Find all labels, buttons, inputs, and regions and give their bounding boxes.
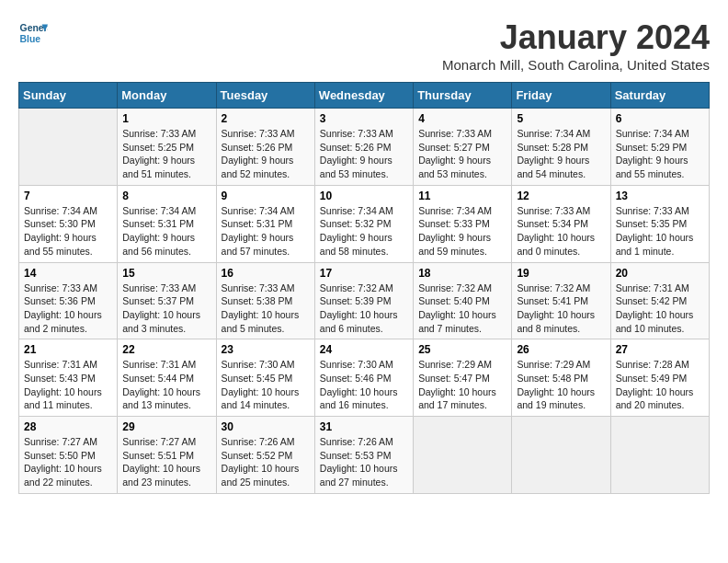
day-number-11: 11 <box>418 190 506 202</box>
day-cell-20: 20Sunrise: 7:31 AMSunset: 5:42 PMDayligh… <box>610 262 709 339</box>
day-number-20: 20 <box>616 267 704 280</box>
logo: General Blue <box>18 18 48 48</box>
day-info-16: Sunrise: 7:33 AMSunset: 5:38 PMDaylight:… <box>222 282 310 336</box>
day-number-30: 30 <box>222 420 310 433</box>
day-info-27: Sunrise: 7:28 AMSunset: 5:49 PMDaylight:… <box>616 358 704 412</box>
day-cell-1: 1Sunrise: 7:33 AMSunset: 5:25 PMDaylight… <box>118 109 216 186</box>
page-header: General Blue January 2024 Monarch Mill, … <box>18 18 710 73</box>
day-cell-31: 31Sunrise: 7:26 AMSunset: 5:53 PMDayligh… <box>314 417 413 494</box>
day-cell-18: 18Sunrise: 7:32 AMSunset: 5:40 PMDayligh… <box>414 262 512 339</box>
weekday-header-tuesday: Tuesday <box>216 83 314 109</box>
day-info-10: Sunrise: 7:34 AMSunset: 5:32 PMDaylight:… <box>320 204 408 259</box>
day-cell-19: 19Sunrise: 7:32 AMSunset: 5:41 PMDayligh… <box>512 262 610 339</box>
day-number-2: 2 <box>222 112 310 125</box>
day-cell-16: 16Sunrise: 7:33 AMSunset: 5:38 PMDayligh… <box>216 262 314 339</box>
day-info-25: Sunrise: 7:29 AMSunset: 5:47 PMDaylight:… <box>418 358 506 412</box>
weekday-header-wednesday: Wednesday <box>314 83 413 109</box>
day-number-6: 6 <box>616 112 704 125</box>
day-cell-9: 9Sunrise: 7:34 AMSunset: 5:31 PMDaylight… <box>216 185 314 262</box>
day-number-8: 8 <box>122 190 210 202</box>
day-cell-8: 8Sunrise: 7:34 AMSunset: 5:31 PMDaylight… <box>118 185 216 262</box>
day-cell-7: 7Sunrise: 7:34 AMSunset: 5:30 PMDaylight… <box>19 185 118 262</box>
day-info-1: Sunrise: 7:33 AMSunset: 5:25 PMDaylight:… <box>122 127 210 181</box>
day-info-31: Sunrise: 7:26 AMSunset: 5:53 PMDaylight:… <box>320 435 408 489</box>
day-info-20: Sunrise: 7:31 AMSunset: 5:42 PMDaylight:… <box>616 282 704 336</box>
location: Monarch Mill, South Carolina, United Sta… <box>442 57 710 73</box>
day-info-24: Sunrise: 7:30 AMSunset: 5:46 PMDaylight:… <box>320 358 408 412</box>
day-info-7: Sunrise: 7:34 AMSunset: 5:30 PMDaylight:… <box>24 204 112 259</box>
weekday-header-row: SundayMondayTuesdayWednesdayThursdayFrid… <box>19 83 710 109</box>
day-number-31: 31 <box>320 420 408 433</box>
day-number-12: 12 <box>517 190 605 202</box>
day-cell-22: 22Sunrise: 7:31 AMSunset: 5:44 PMDayligh… <box>118 339 216 417</box>
day-cell-14: 14Sunrise: 7:33 AMSunset: 5:36 PMDayligh… <box>19 262 118 339</box>
day-cell-10: 10Sunrise: 7:34 AMSunset: 5:32 PMDayligh… <box>314 185 413 262</box>
day-number-5: 5 <box>517 112 605 125</box>
week-row-1: 1Sunrise: 7:33 AMSunset: 5:25 PMDaylight… <box>19 109 710 186</box>
day-cell-23: 23Sunrise: 7:30 AMSunset: 5:45 PMDayligh… <box>216 339 314 417</box>
empty-cell <box>512 417 610 494</box>
day-info-15: Sunrise: 7:33 AMSunset: 5:37 PMDaylight:… <box>122 282 210 336</box>
day-number-29: 29 <box>122 420 210 433</box>
month-title: January 2024 <box>442 18 710 57</box>
day-number-18: 18 <box>418 267 506 280</box>
day-info-13: Sunrise: 7:33 AMSunset: 5:35 PMDaylight:… <box>616 204 704 259</box>
day-cell-29: 29Sunrise: 7:27 AMSunset: 5:51 PMDayligh… <box>118 417 216 494</box>
day-info-5: Sunrise: 7:34 AMSunset: 5:28 PMDaylight:… <box>517 127 605 181</box>
week-row-5: 28Sunrise: 7:27 AMSunset: 5:50 PMDayligh… <box>19 417 710 494</box>
week-row-3: 14Sunrise: 7:33 AMSunset: 5:36 PMDayligh… <box>19 262 710 339</box>
weekday-header-sunday: Sunday <box>19 83 118 109</box>
day-cell-15: 15Sunrise: 7:33 AMSunset: 5:37 PMDayligh… <box>118 262 216 339</box>
weekday-header-saturday: Saturday <box>610 83 709 109</box>
day-number-9: 9 <box>222 190 310 202</box>
day-number-4: 4 <box>418 112 506 125</box>
day-info-6: Sunrise: 7:34 AMSunset: 5:29 PMDaylight:… <box>616 127 704 181</box>
day-number-17: 17 <box>320 267 408 280</box>
day-cell-5: 5Sunrise: 7:34 AMSunset: 5:28 PMDaylight… <box>512 109 610 186</box>
day-info-26: Sunrise: 7:29 AMSunset: 5:48 PMDaylight:… <box>517 358 605 412</box>
day-info-22: Sunrise: 7:31 AMSunset: 5:44 PMDaylight:… <box>122 358 210 412</box>
day-number-15: 15 <box>122 267 210 280</box>
day-number-7: 7 <box>24 190 112 202</box>
day-cell-17: 17Sunrise: 7:32 AMSunset: 5:39 PMDayligh… <box>314 262 413 339</box>
day-info-12: Sunrise: 7:33 AMSunset: 5:34 PMDaylight:… <box>517 204 605 259</box>
day-info-30: Sunrise: 7:26 AMSunset: 5:52 PMDaylight:… <box>222 435 310 489</box>
weekday-header-thursday: Thursday <box>414 83 512 109</box>
day-info-28: Sunrise: 7:27 AMSunset: 5:50 PMDaylight:… <box>24 435 112 489</box>
day-cell-2: 2Sunrise: 7:33 AMSunset: 5:26 PMDaylight… <box>216 109 314 186</box>
day-number-27: 27 <box>616 343 704 356</box>
weekday-header-friday: Friday <box>512 83 610 109</box>
day-cell-30: 30Sunrise: 7:26 AMSunset: 5:52 PMDayligh… <box>216 417 314 494</box>
day-cell-12: 12Sunrise: 7:33 AMSunset: 5:34 PMDayligh… <box>512 185 610 262</box>
day-info-17: Sunrise: 7:32 AMSunset: 5:39 PMDaylight:… <box>320 282 408 336</box>
empty-cell <box>610 417 709 494</box>
day-info-3: Sunrise: 7:33 AMSunset: 5:26 PMDaylight:… <box>320 127 408 181</box>
day-info-21: Sunrise: 7:31 AMSunset: 5:43 PMDaylight:… <box>24 358 112 412</box>
day-number-23: 23 <box>222 343 310 356</box>
day-cell-24: 24Sunrise: 7:30 AMSunset: 5:46 PMDayligh… <box>314 339 413 417</box>
calendar-table: SundayMondayTuesdayWednesdayThursdayFrid… <box>18 82 710 494</box>
day-number-16: 16 <box>222 267 310 280</box>
day-cell-27: 27Sunrise: 7:28 AMSunset: 5:49 PMDayligh… <box>610 339 709 417</box>
empty-cell <box>414 417 512 494</box>
svg-text:Blue: Blue <box>20 34 41 44</box>
day-cell-25: 25Sunrise: 7:29 AMSunset: 5:47 PMDayligh… <box>414 339 512 417</box>
day-cell-3: 3Sunrise: 7:33 AMSunset: 5:26 PMDaylight… <box>314 109 413 186</box>
day-info-2: Sunrise: 7:33 AMSunset: 5:26 PMDaylight:… <box>222 127 310 181</box>
day-cell-21: 21Sunrise: 7:31 AMSunset: 5:43 PMDayligh… <box>19 339 118 417</box>
day-cell-6: 6Sunrise: 7:34 AMSunset: 5:29 PMDaylight… <box>610 109 709 186</box>
logo-icon: General Blue <box>18 18 48 48</box>
day-number-13: 13 <box>616 190 704 202</box>
empty-cell <box>19 109 118 186</box>
day-number-19: 19 <box>517 267 605 280</box>
day-cell-4: 4Sunrise: 7:33 AMSunset: 5:27 PMDaylight… <box>414 109 512 186</box>
day-number-1: 1 <box>122 112 210 125</box>
day-info-29: Sunrise: 7:27 AMSunset: 5:51 PMDaylight:… <box>122 435 210 489</box>
day-info-23: Sunrise: 7:30 AMSunset: 5:45 PMDaylight:… <box>222 358 310 412</box>
week-row-4: 21Sunrise: 7:31 AMSunset: 5:43 PMDayligh… <box>19 339 710 417</box>
day-info-11: Sunrise: 7:34 AMSunset: 5:33 PMDaylight:… <box>418 204 506 259</box>
day-cell-26: 26Sunrise: 7:29 AMSunset: 5:48 PMDayligh… <box>512 339 610 417</box>
week-row-2: 7Sunrise: 7:34 AMSunset: 5:30 PMDaylight… <box>19 185 710 262</box>
day-info-4: Sunrise: 7:33 AMSunset: 5:27 PMDaylight:… <box>418 127 506 181</box>
day-number-14: 14 <box>24 267 112 280</box>
